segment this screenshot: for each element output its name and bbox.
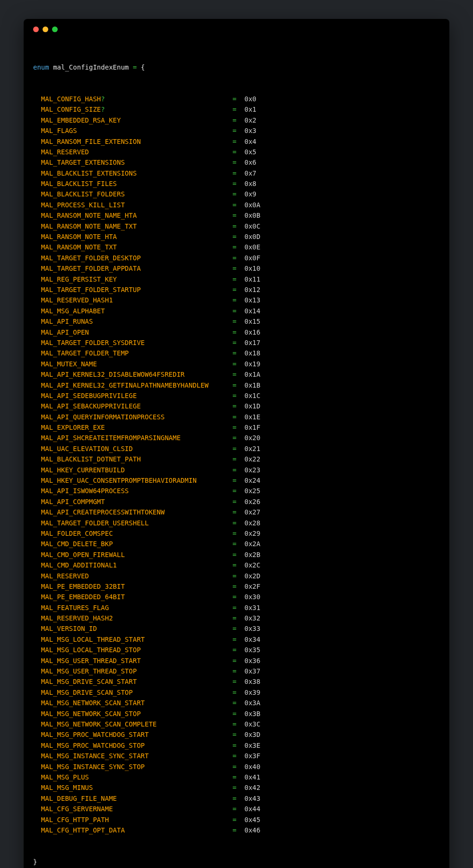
enum-entry-name: MAL_MSG_INSTANCE_SYNC_STOP bbox=[41, 762, 233, 772]
enum-entry-name: MAL_RANSOM_FILE_EXTENSION bbox=[41, 136, 233, 147]
enum-entry-name: MAL_MSG_PROC_WATCHDOG_STOP bbox=[41, 740, 233, 751]
enum-entry-name: MAL_RESERVED_HASH2 bbox=[41, 613, 233, 623]
equals-sign: = bbox=[232, 306, 244, 316]
enum-entry: MAL_MSG_USER_THREAD_STOP=0x37 bbox=[33, 666, 440, 676]
enum-entry-name: MAL_API_QUERYINFORMATIONPROCESS bbox=[41, 412, 233, 422]
enum-entry-name: MAL_MSG_INSTANCE_SYNC_START bbox=[41, 751, 233, 761]
enum-entry-name: MAL_CFG_HTTP_PATH bbox=[41, 815, 233, 825]
equals-sign: = bbox=[232, 94, 244, 104]
enum-entry-value: 0x3E bbox=[245, 740, 261, 751]
enum-entry-name: MAL_CONFIG_HASH? bbox=[41, 94, 233, 104]
enum-entry-name: MAL_MSG_PROC_WATCHDOG_START bbox=[41, 729, 233, 740]
equals-sign: = bbox=[232, 242, 244, 252]
enum-entry-name: MAL_FEATURES_FLAG bbox=[41, 602, 233, 613]
enum-entry-value: 0x29 bbox=[245, 528, 261, 539]
enum-entry-name: MAL_API_SEDEBUGPRIVILEGE bbox=[41, 390, 233, 401]
enum-entry: MAL_TARGET_FOLDER_TEMP=0x18 bbox=[33, 348, 440, 358]
enum-entry: MAL_API_QUERYINFORMATIONPROCESS=0x1E bbox=[33, 412, 440, 422]
enum-entry-name: MAL_MSG_USER_THREAD_STOP bbox=[41, 666, 233, 676]
enum-entry-value: 0x10 bbox=[245, 263, 261, 274]
enum-entry: MAL_PROCESS_KILL_LIST=0x0A bbox=[33, 200, 440, 210]
enum-entry-value: 0x1A bbox=[245, 369, 261, 380]
equals-sign: = bbox=[232, 316, 244, 327]
equals-sign: = bbox=[232, 337, 244, 348]
enum-entry: MAL_MSG_PLUS=0x41 bbox=[33, 772, 440, 782]
enum-entry-value: 0x46 bbox=[245, 825, 261, 835]
enum-entry-value: 0x3B bbox=[245, 709, 261, 719]
enum-entry-name: MAL_FOLDER_COMSPEC bbox=[41, 528, 233, 539]
enum-entry-value: 0x26 bbox=[245, 496, 261, 507]
equals-sign: = bbox=[232, 327, 244, 337]
enum-entry: MAL_RESERVED=0x5 bbox=[33, 147, 440, 157]
enum-entry-name: MAL_RANSOM_NOTE_NAME_HTA bbox=[41, 210, 233, 221]
enum-entry: MAL_FLAGS=0x3 bbox=[33, 125, 440, 136]
enum-entry-value: 0x1B bbox=[245, 380, 261, 390]
enum-entry: MAL_RANSOM_NOTE_HTA=0x0D bbox=[33, 231, 440, 242]
enum-entry-value: 0x9 bbox=[245, 189, 256, 199]
enum-entry-value: 0x2D bbox=[245, 571, 261, 581]
equals-sign: = bbox=[232, 762, 244, 772]
enum-entry-name: MAL_API_ISWOW64PROCESS bbox=[41, 486, 233, 496]
enum-entry-name: MAL_CMD_DELETE_BKP bbox=[41, 539, 233, 549]
enum-entry: MAL_CMD_ADDITIONAL1=0x2C bbox=[33, 560, 440, 570]
enum-entry: MAL_BLACKLIST_EXTENSIONS=0x7 bbox=[33, 168, 440, 178]
equals-sign: = bbox=[232, 740, 244, 751]
enum-entry-value: 0x14 bbox=[245, 306, 261, 316]
enum-entry-value: 0x24 bbox=[245, 475, 261, 486]
enum-entry-value: 0x7 bbox=[245, 168, 256, 178]
equals-sign: = bbox=[232, 698, 244, 708]
enum-entry-value: 0x39 bbox=[245, 687, 261, 698]
enum-entry-name: MAL_BLACKLIST_FOLDERS bbox=[41, 189, 233, 199]
enum-entry-name: MAL_RANSOM_NOTE_TXT bbox=[41, 242, 233, 252]
equals-sign: = bbox=[232, 465, 244, 475]
equals-sign: = bbox=[232, 380, 244, 390]
minimize-icon[interactable] bbox=[43, 27, 48, 32]
enum-entry-name: MAL_HKEY_CURRENTBUILD bbox=[41, 465, 233, 475]
enum-entry-name: MAL_MSG_LOCAL_THREAD_START bbox=[41, 634, 233, 645]
enum-entry-value: 0x0B bbox=[245, 210, 261, 221]
close-icon[interactable] bbox=[33, 27, 39, 32]
enum-entry: MAL_RESERVED_HASH1=0x13 bbox=[33, 295, 440, 305]
equals-sign: = bbox=[232, 634, 244, 645]
enum-entry-value: 0x41 bbox=[245, 772, 261, 782]
enum-entry-value: 0x22 bbox=[245, 454, 261, 464]
enum-entry: MAL_API_SEBACKUPPRIVILEGE=0x1D bbox=[33, 401, 440, 411]
enum-entry: MAL_MUTEX_NAME=0x19 bbox=[33, 359, 440, 369]
equals-sign: = bbox=[232, 676, 244, 687]
enum-entry: MAL_EXPLORER_EXE=0x1F bbox=[33, 422, 440, 433]
enum-entry: MAL_API_KERNEL32_DISABLEWOW64FSREDIR=0x1… bbox=[33, 369, 440, 380]
equals-sign: = bbox=[232, 433, 244, 443]
enum-entry: MAL_TARGET_FOLDER_STARTUP=0x12 bbox=[33, 284, 440, 295]
equals-sign: = bbox=[232, 560, 244, 570]
enum-entry-value: 0x2B bbox=[245, 549, 261, 560]
enum-entry-name: MAL_TARGET_EXTENSIONS bbox=[41, 157, 233, 168]
equals-sign: = bbox=[133, 62, 137, 72]
enum-entry-name: MAL_CONFIG_SIZE? bbox=[41, 104, 233, 115]
maximize-icon[interactable] bbox=[52, 27, 58, 32]
enum-entry: MAL_MSG_DRIVE_SCAN_STOP=0x39 bbox=[33, 687, 440, 698]
equals-sign: = bbox=[232, 592, 244, 602]
enum-entry-value: 0x28 bbox=[245, 518, 261, 528]
enum-entry: MAL_CONFIG_SIZE?=0x1 bbox=[33, 104, 440, 115]
enum-entry: MAL_MSG_PROC_WATCHDOG_START=0x3D bbox=[33, 729, 440, 740]
equals-sign: = bbox=[232, 804, 244, 814]
enum-entry: MAL_FOLDER_COMSPEC=0x29 bbox=[33, 528, 440, 539]
enum-entry: MAL_PE_EMBEDDED_32BIT=0x2F bbox=[33, 581, 440, 592]
enum-entry-name: MAL_API_CREATEPROCESSWITHTOKENW bbox=[41, 507, 233, 517]
enum-entry: MAL_MSG_PROC_WATCHDOG_STOP=0x3E bbox=[33, 740, 440, 751]
window-titlebar bbox=[33, 27, 440, 41]
equals-sign: = bbox=[232, 507, 244, 517]
equals-sign: = bbox=[232, 231, 244, 242]
enum-entry-value: 0x1 bbox=[245, 104, 256, 115]
equals-sign: = bbox=[232, 793, 244, 804]
enum-entry-name: MAL_EXPLORER_EXE bbox=[41, 422, 233, 433]
code-block: enum mal_ConfigIndexEnum = { MAL_CONFIG_… bbox=[33, 41, 440, 868]
equals-sign: = bbox=[232, 136, 244, 147]
equals-sign: = bbox=[232, 168, 244, 178]
enum-entry-value: 0x18 bbox=[245, 348, 261, 358]
enum-entry: MAL_API_SEDEBUGPRIVILEGE=0x1C bbox=[33, 390, 440, 401]
enum-entry-name: MAL_REG_PERSIST_KEY bbox=[41, 274, 233, 284]
enum-entry-value: 0x42 bbox=[245, 782, 261, 793]
equals-sign: = bbox=[232, 528, 244, 539]
enum-entry-name: MAL_PROCESS_KILL_LIST bbox=[41, 200, 233, 210]
